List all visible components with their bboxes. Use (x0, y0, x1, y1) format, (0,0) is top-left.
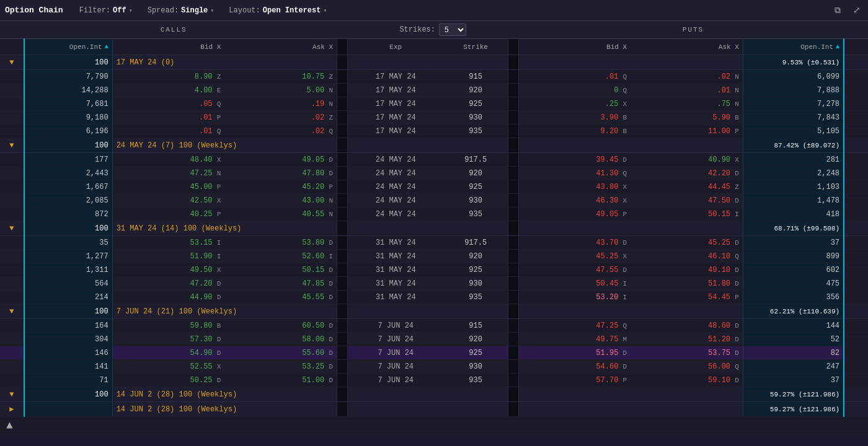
th-exp[interactable]: Exp (347, 39, 443, 55)
put-ask: 46.10 Q (631, 250, 743, 263)
table-row[interactable]: 21444.90 D45.55 D31 MAY 2493553.20 I54.4… (0, 291, 868, 304)
table-row[interactable]: 16459.80 B60.50 D7 JUN 2491547.25 Q48.60… (0, 319, 868, 333)
table-row[interactable]: 14,2884.00 E5.00 N17 MAY 249200 Q.01 N7,… (0, 84, 868, 97)
scroll-up-button[interactable]: ▲ (6, 419, 13, 432)
call-ask: 52.60 I (224, 250, 337, 263)
table-row[interactable]: 9,180.01 P.02 Z17 MAY 249303.90 B5.90 B7… (0, 111, 868, 125)
table-row[interactable]: 2,44347.25 N47.80 D24 MAY 2492041.30 Q42… (0, 167, 868, 180)
call-ask: .19 N (224, 97, 337, 111)
table-row[interactable]: 14654.90 D55.60 D7 JUN 2492551.95 D53.75… (0, 346, 868, 360)
table-row[interactable]: 87240.25 P40.55 N24 MAY 2493549.05 P50.1… (0, 208, 868, 221)
call-open-int: 872 (24, 208, 112, 221)
table-row[interactable]: 1,31149.50 X50.15 D31 MAY 2492547.55 D49… (0, 263, 868, 277)
call-bid: 57.30 D (112, 333, 224, 346)
table-row[interactable]: 3553.15 I53.80 D31 MAY 24917.543.70 D45.… (0, 236, 868, 250)
expand-icon[interactable]: ⤢ (851, 2, 863, 18)
call-ask: 53.80 D (224, 236, 337, 250)
th-ask-calls[interactable]: Ask X (224, 39, 337, 55)
table-row[interactable]: 1,27751.90 I52.60 I31 MAY 2492045.25 X46… (0, 250, 868, 263)
put-ask: .01 N (631, 84, 743, 97)
table-row[interactable]: 2,08542.50 X43.00 N24 MAY 2493046.30 X47… (0, 194, 868, 208)
strikes-label: Strikes: (399, 25, 435, 34)
collapse-arrow-7jun24[interactable]: ▼ (0, 304, 24, 319)
put-bid: 54.60 D (518, 360, 631, 374)
put-ask: 56.00 Q (631, 360, 743, 374)
th-open-int-puts[interactable]: Open.Int ▲ (743, 39, 844, 55)
put-ask: 11.00 P (631, 125, 743, 138)
option-chain-table: CALLS Strikes: 5 10 15 PUTS (0, 21, 868, 446)
put-open-int: 356 (743, 291, 844, 304)
call-ask: 60.50 D (224, 319, 337, 333)
strikes-control: Strikes: 5 10 15 (350, 24, 516, 36)
put-open-int: 7,888 (743, 84, 844, 97)
put-bid: .01 Q (518, 70, 631, 84)
th-bid-puts[interactable]: Bid X (518, 39, 631, 55)
call-bid: 50.25 D (112, 374, 224, 387)
table-row[interactable]: 7,7908.90 Z10.75 Z17 MAY 24915.01 Q.02 N… (0, 70, 868, 84)
spread-arrow-icon: ▾ (210, 7, 214, 14)
expiration-date: 17 MAY 24 (347, 125, 443, 138)
put-ask: 5.90 B (631, 111, 743, 125)
group-oi-calls-7jun24: 100 (24, 304, 112, 319)
call-ask: 43.00 N (224, 194, 337, 208)
call-ask: 53.25 D (224, 360, 337, 374)
collapse-arrow-17may24[interactable]: ▼ (0, 55, 24, 70)
group-header-7jun24: ▼1007 JUN 24 (21) 100 (Weeklys)62.21% (±… (0, 304, 868, 319)
call-ask: 10.75 Z (224, 70, 337, 84)
table-row[interactable]: 30457.30 D58.00 D7 JUN 2492049.75 M51.20… (0, 333, 868, 346)
call-open-int: 1,277 (24, 250, 112, 263)
call-ask: 58.00 D (224, 333, 337, 346)
table-row[interactable]: 6,196.01 Q.02 Q17 MAY 249359.20 B11.00 P… (0, 125, 868, 138)
collapse-arrow-31may24[interactable]: ▼ (0, 221, 24, 236)
group-oi-puts-17may24: 9.53% (±0.531) (743, 55, 844, 70)
put-open-int: 7,843 (743, 111, 844, 125)
put-open-int: 1,103 (743, 180, 844, 194)
layout-arrow-icon: ▾ (323, 7, 327, 14)
filter-label: Filter: (79, 6, 110, 15)
put-ask: 50.15 I (631, 208, 743, 221)
table-row[interactable]: 1,66745.00 P45.20 P24 MAY 2492543.80 X44… (0, 180, 868, 194)
collapse-arrow-24may24[interactable]: ▼ (0, 138, 24, 153)
put-open-int: 2,248 (743, 167, 844, 180)
call-open-int: 141 (24, 360, 112, 374)
spread-control[interactable]: Spread: Single ▾ (144, 5, 218, 16)
app-title: Option Chain (5, 6, 68, 15)
call-open-int: 9,180 (24, 111, 112, 125)
put-open-int: 899 (743, 250, 844, 263)
table-row[interactable]: 14152.55 X53.25 D7 JUN 2493054.60 D56.00… (0, 360, 868, 374)
call-open-int: 6,196 (24, 125, 112, 138)
call-ask: 51.00 D (224, 374, 337, 387)
table-row[interactable]: 7150.25 D51.00 D7 JUN 2493557.70 P59.10 … (0, 374, 868, 387)
put-bid: 3.90 B (518, 111, 631, 125)
table-row[interactable]: 17748.40 X49.05 D24 MAY 24917.539.45 D40… (0, 153, 868, 167)
call-open-int: 1,311 (24, 263, 112, 277)
expiration-date: 24 MAY 24 (347, 153, 443, 167)
option-chain-header: Option Chain Filter: Off ▾ Spread: Singl… (0, 0, 868, 21)
table-body: ▼10017 MAY 24 (0)9.53% (±0.531)7,7908.90… (0, 55, 868, 435)
put-bid: 45.25 X (518, 250, 631, 263)
filter-control[interactable]: Filter: Off ▾ (76, 5, 136, 16)
table-row[interactable]: 7,681.05 Q.19 N17 MAY 24925.25 X.75 N7,2… (0, 97, 868, 111)
collapse-arrow-14jun24[interactable]: ▼ (0, 387, 24, 402)
th-strike[interactable]: Strike (444, 39, 508, 55)
put-ask: 44.45 Z (631, 180, 743, 194)
call-ask: 40.55 N (224, 208, 337, 221)
strikes-select[interactable]: 5 10 15 (439, 24, 466, 36)
th-ask-puts[interactable]: Ask X (631, 39, 743, 55)
strike-price: 930 (444, 360, 508, 374)
call-ask: 47.85 D (224, 277, 337, 291)
call-bid: 53.15 I (112, 236, 224, 250)
call-open-int: 7,790 (24, 70, 112, 84)
collapse-arrow-14jun24[interactable]: ▶ (0, 402, 24, 417)
th-bid-calls[interactable]: Bid X (112, 39, 224, 55)
call-bid: 8.90 Z (112, 70, 224, 84)
group-oi-calls-17may24: 100 (24, 55, 112, 70)
strike-price: 917.5 (444, 153, 508, 167)
put-bid: 53.20 I (518, 291, 631, 304)
call-ask: 49.05 D (224, 153, 337, 167)
layout-control[interactable]: Layout: Open Interest ▾ (225, 5, 330, 16)
th-open-int-calls[interactable]: Open.Int ▲ (24, 39, 112, 55)
table-row[interactable]: 56447.20 D47.85 D31 MAY 2493050.45 I51.8… (0, 277, 868, 291)
funnel-icon[interactable]: ⧉ (832, 3, 843, 18)
put-bid: 51.95 D (518, 346, 631, 360)
